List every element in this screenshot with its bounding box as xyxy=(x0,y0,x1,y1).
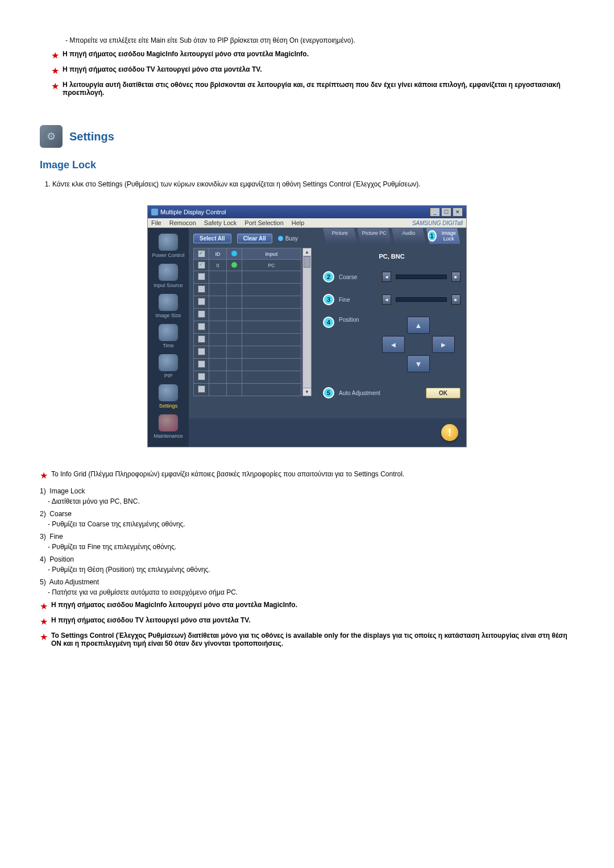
fine-inc[interactable]: ► xyxy=(451,294,460,305)
pos-down[interactable]: ▼ xyxy=(407,355,430,372)
row-check[interactable] xyxy=(194,346,209,359)
time-icon xyxy=(159,324,178,341)
badge-2-icon: 2 xyxy=(323,271,334,283)
settings-section-icon: ⚙ xyxy=(40,125,63,148)
row-check[interactable] xyxy=(194,260,209,271)
window-title: Multiple Display Control xyxy=(160,209,226,215)
menu-help[interactable]: Help xyxy=(292,219,305,226)
max-button[interactable]: ☐ xyxy=(441,207,451,217)
row-input: PC xyxy=(242,260,301,271)
grid-scrollbar[interactable]: ▲ ▼ xyxy=(302,248,312,396)
coarse-label: Coarse xyxy=(339,274,377,280)
rail-pip[interactable]: PIP xyxy=(148,354,188,379)
rail-settings[interactable]: Settings xyxy=(148,384,188,409)
left-rail: Power Control Input Source Image Size Ti… xyxy=(148,228,189,447)
star-icon: ★ xyxy=(40,601,48,612)
note-settings-control: Το Settings Control (Έλεγχος Ρυθμίσεων) … xyxy=(51,632,574,647)
desc-info-grid: Το Info Grid (Πλέγμα Πληροφοριών) εμφανί… xyxy=(51,470,574,478)
row-check[interactable] xyxy=(194,371,209,384)
coarse-dec[interactable]: ◄ xyxy=(382,272,391,282)
rail-label: Power Control xyxy=(152,252,184,258)
menu-safety-lock[interactable]: Safety Lock xyxy=(204,219,237,226)
scroll-down-icon[interactable]: ▼ xyxy=(303,388,311,396)
power-icon xyxy=(159,234,178,251)
coarse-slider[interactable] xyxy=(396,275,447,279)
col-check[interactable] xyxy=(194,248,209,260)
rail-label: Input Source xyxy=(154,283,182,288)
rail-label: Time xyxy=(163,343,174,348)
desc-5-sub: - Πατήστε για να ρυθμίσετε αυτόματα το ε… xyxy=(48,588,574,596)
pos-left[interactable]: ◄ xyxy=(382,336,405,353)
tab-picture[interactable]: Picture xyxy=(323,228,358,244)
app-icon xyxy=(151,209,158,215)
input-icon xyxy=(159,264,178,281)
row-check[interactable] xyxy=(194,284,209,296)
tab-image-lock[interactable]: 1 Image Lock xyxy=(426,228,461,244)
coarse-inc[interactable]: ► xyxy=(451,272,460,282)
close-button[interactable]: ✕ xyxy=(453,207,463,217)
rail-input-source[interactable]: Input Source xyxy=(148,264,188,288)
menu-remocon[interactable]: Remocon xyxy=(169,219,196,226)
rail-label: Settings xyxy=(159,403,178,409)
menu-file[interactable]: File xyxy=(151,219,161,226)
star-icon: ★ xyxy=(51,50,59,61)
fine-label: Fine xyxy=(339,297,377,303)
note-tv-2: Η πηγή σήματος εισόδου TV λειτουργεί μόν… xyxy=(51,616,574,624)
row-check[interactable] xyxy=(194,359,209,371)
star-icon: ★ xyxy=(40,632,48,642)
pip-icon xyxy=(159,354,178,371)
star-icon: ★ xyxy=(51,65,59,76)
desc-3: 3) Fine xyxy=(40,533,574,541)
row-check[interactable] xyxy=(194,271,209,284)
min-button[interactable]: _ xyxy=(430,207,440,217)
badge-4-icon: 4 xyxy=(323,317,334,328)
star-icon: ★ xyxy=(40,470,48,481)
col-input: Input xyxy=(242,248,301,260)
desc-4: 4) Position xyxy=(40,555,574,563)
fine-dec[interactable]: ◄ xyxy=(382,294,391,305)
col-id: ID xyxy=(209,248,227,260)
ok-button[interactable]: OK xyxy=(426,388,460,398)
menubar: File Remocon Safety Lock Port Selection … xyxy=(148,218,466,228)
tab-picture-pc[interactable]: Picture PC xyxy=(358,228,392,244)
panel-title: PC, BNC xyxy=(323,253,460,260)
row-check[interactable] xyxy=(194,296,209,309)
row-check[interactable] xyxy=(194,321,209,334)
badge-1-icon: 1 xyxy=(428,230,437,242)
brand: SAMSUNG DIGITall xyxy=(412,220,463,226)
pos-right[interactable]: ► xyxy=(432,336,455,353)
clear-all-button[interactable]: Clear All xyxy=(237,234,272,243)
pos-up[interactable]: ▲ xyxy=(407,317,430,334)
rail-power-control[interactable]: Power Control xyxy=(148,234,188,258)
busy-indicator-icon xyxy=(278,236,283,241)
menu-port-selection[interactable]: Port Selection xyxy=(244,219,283,226)
tab-label: Image Lock xyxy=(439,230,459,242)
rail-label: PIP xyxy=(164,373,173,379)
desc-2-sub: - Ρυθμίζει τα Coarse της επιλεγμένης οθό… xyxy=(48,520,574,528)
tab-audio[interactable]: Audio xyxy=(392,228,426,244)
row-check[interactable] xyxy=(194,384,209,396)
row-check[interactable] xyxy=(194,334,209,346)
col-status xyxy=(227,248,242,260)
rail-maintenance[interactable]: Maintenance xyxy=(148,414,188,439)
app-window: Multiple Display Control _ ☐ ✕ File Remo… xyxy=(147,205,467,447)
info-grid: ID Input 0PC xyxy=(193,248,301,396)
row-id: 0 xyxy=(209,260,227,271)
note-magicinfo: Η πηγή σήματος εισόδου MagicInfo λειτουρ… xyxy=(63,50,574,58)
desc-5: 5) Auto Adjustment xyxy=(40,578,574,586)
rail-time[interactable]: Time xyxy=(148,324,188,348)
subsection-title: Image Lock xyxy=(40,159,574,171)
rail-image-size[interactable]: Image Size xyxy=(148,294,188,318)
note-availability: Η λειτουργία αυτή διατίθεται στις οθόνες… xyxy=(63,81,574,97)
scroll-thumb[interactable] xyxy=(304,256,310,268)
star-icon: ★ xyxy=(40,616,48,627)
scroll-up-icon[interactable]: ▲ xyxy=(303,248,311,256)
desc-2: 2) Coarse xyxy=(40,510,574,518)
fine-slider[interactable] xyxy=(396,297,447,302)
desc-3-sub: - Ρυθμίζει τα Fine της επιλεγμένης οθόνη… xyxy=(48,543,574,551)
select-all-button[interactable]: Select All xyxy=(193,234,231,243)
auto-adj-label: Auto Adjustment xyxy=(339,390,401,396)
imagesize-icon xyxy=(159,294,178,311)
row-check[interactable] xyxy=(194,309,209,321)
desc-4-sub: - Ρυθμίζει τη Θέση (Position) της επιλεγ… xyxy=(48,566,574,574)
